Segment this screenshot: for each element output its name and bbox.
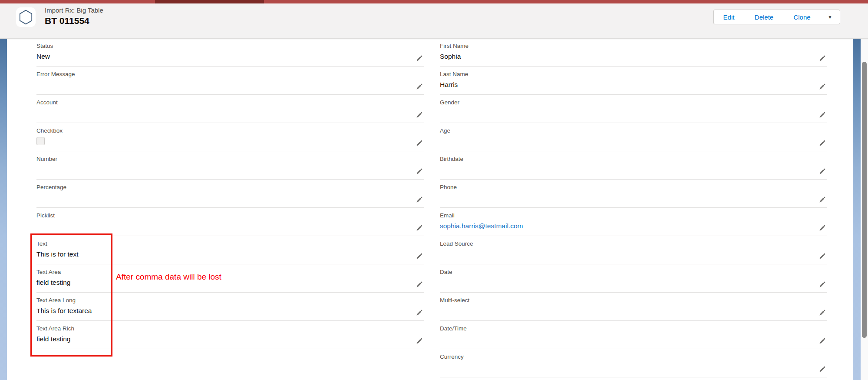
record-header: Import Rx: Big Table BT 011554 Edit Dele… [0, 3, 868, 39]
page-background-left-strip [0, 38, 7, 380]
field-value [440, 278, 827, 287]
inline-edit-pencil-icon[interactable] [416, 196, 423, 203]
inline-edit-pencil-icon[interactable] [818, 365, 826, 373]
field-label: Error Message [36, 70, 424, 78]
field-row-age: Age [440, 123, 827, 151]
field-value [36, 221, 424, 230]
field-row-multi-select: Multi-select [440, 293, 827, 321]
inline-edit-pencil-icon[interactable] [818, 83, 826, 90]
record-title-block: Import Rx: Big Table BT 011554 [45, 6, 103, 27]
field-row-error-message: Error Message [36, 67, 424, 95]
field-row-picklist: Picklist [36, 208, 424, 236]
field-row-email: Emailsophia.harris@testmail.com [440, 208, 827, 236]
action-button-group: Edit Delete Clone ▼ [713, 10, 840, 24]
field-row-phone: Phone [440, 180, 827, 208]
field-row-text-area-rich: Text Area Richfield testing [36, 321, 424, 349]
inline-edit-pencil-icon[interactable] [416, 111, 423, 119]
field-value [440, 334, 827, 343]
salesforce-record-page: Import Rx: Big Table BT 011554 Edit Dele… [0, 0, 868, 380]
field-row-text: TextThis is for text [36, 236, 424, 264]
field-label: Text Area Long [36, 297, 424, 304]
field-label: Picklist [36, 212, 424, 219]
inline-edit-pencil-icon[interactable] [416, 280, 423, 288]
hexagon-record-icon [16, 7, 36, 27]
object-label: Import Rx: Big Table [45, 6, 103, 14]
record-name: BT 011554 [45, 15, 103, 27]
edit-button[interactable]: Edit [713, 10, 744, 24]
checkbox-input-unchecked[interactable] [36, 137, 45, 145]
field-row-text-area-long: Text Area LongThis is for textarea [36, 293, 424, 321]
field-row-currency: Currency [440, 349, 827, 377]
field-value [440, 363, 827, 372]
inline-edit-pencil-icon[interactable] [818, 139, 826, 147]
inline-edit-pencil-icon[interactable] [818, 167, 826, 175]
field-value [36, 108, 424, 117]
inline-edit-pencil-icon[interactable] [818, 224, 826, 232]
field-column-right: First NameSophiaLast NameHarrisGenderAge… [440, 38, 827, 377]
page-background-right-strip [853, 38, 861, 380]
red-annotation-text: After comma data will be lost [116, 272, 221, 282]
field-value [440, 137, 827, 146]
field-label: Date/Time [440, 325, 827, 332]
field-label: Status [36, 42, 424, 50]
inline-edit-pencil-icon[interactable] [416, 337, 423, 345]
inline-edit-pencil-icon[interactable] [818, 337, 826, 345]
field-label: Percentage [36, 183, 424, 191]
field-value: This is for textarea [36, 306, 424, 315]
field-value: field testing [36, 278, 424, 287]
inline-edit-pencil-icon[interactable] [818, 196, 826, 203]
field-label: Birthdate [440, 155, 827, 163]
field-label: First Name [440, 42, 827, 50]
field-row-status: StatusNew [36, 38, 424, 67]
inline-edit-pencil-icon[interactable] [818, 252, 826, 260]
field-label: Checkbox [36, 127, 424, 134]
field-row-date: Date [440, 264, 827, 293]
field-column-left: StatusNewError MessageAccountCheckboxNum… [36, 38, 424, 349]
field-label: Gender [440, 99, 827, 106]
field-row-text-area: Text Areafield testing [36, 264, 424, 293]
field-row-number: Number [36, 151, 424, 180]
clone-button[interactable]: Clone [784, 10, 820, 24]
field-value [440, 193, 827, 202]
field-label: Text Area Rich [36, 325, 424, 332]
field-value: Sophia [440, 52, 827, 61]
browser-active-tab-strip [155, 0, 264, 3]
inline-edit-pencil-icon[interactable] [416, 167, 423, 175]
field-row-percentage: Percentage [36, 180, 424, 208]
inline-edit-pencil-icon[interactable] [416, 224, 423, 232]
field-value: Harris [440, 80, 827, 89]
more-actions-chevron-down-icon[interactable]: ▼ [820, 10, 840, 24]
field-label: Text [36, 240, 424, 247]
field-label: Number [36, 155, 424, 163]
field-value [36, 193, 424, 202]
inline-edit-pencil-icon[interactable] [818, 309, 826, 317]
field-row-gender: Gender [440, 95, 827, 123]
field-row-first-name: First NameSophia [440, 38, 827, 67]
field-value: field testing [36, 334, 424, 343]
field-row-last-name: Last NameHarris [440, 67, 827, 95]
vertical-scrollbar[interactable] [861, 38, 868, 380]
field-label: Date [440, 268, 827, 276]
field-label: Currency [440, 353, 827, 360]
delete-button[interactable]: Delete [744, 10, 784, 24]
inline-edit-pencil-icon[interactable] [416, 54, 423, 62]
field-row-date-time: Date/Time [440, 321, 827, 349]
field-label: Email [440, 212, 827, 219]
field-value [440, 250, 827, 259]
field-label: Age [440, 127, 827, 134]
field-label: Multi-select [440, 297, 827, 304]
field-value: New [36, 52, 424, 61]
inline-edit-pencil-icon[interactable] [416, 139, 423, 147]
inline-edit-pencil-icon[interactable] [416, 83, 423, 90]
field-label: Last Name [440, 70, 827, 78]
inline-edit-pencil-icon[interactable] [818, 54, 826, 62]
inline-edit-pencil-icon[interactable] [416, 252, 423, 260]
field-row-lead-source: Lead Source [440, 236, 827, 264]
inline-edit-pencil-icon[interactable] [818, 280, 826, 288]
email-link[interactable]: sophia.harris@testmail.com [440, 221, 827, 230]
field-label: Account [36, 99, 424, 106]
scrollbar-thumb[interactable] [862, 62, 867, 338]
field-value [440, 165, 827, 174]
inline-edit-pencil-icon[interactable] [416, 309, 423, 317]
inline-edit-pencil-icon[interactable] [818, 111, 826, 119]
